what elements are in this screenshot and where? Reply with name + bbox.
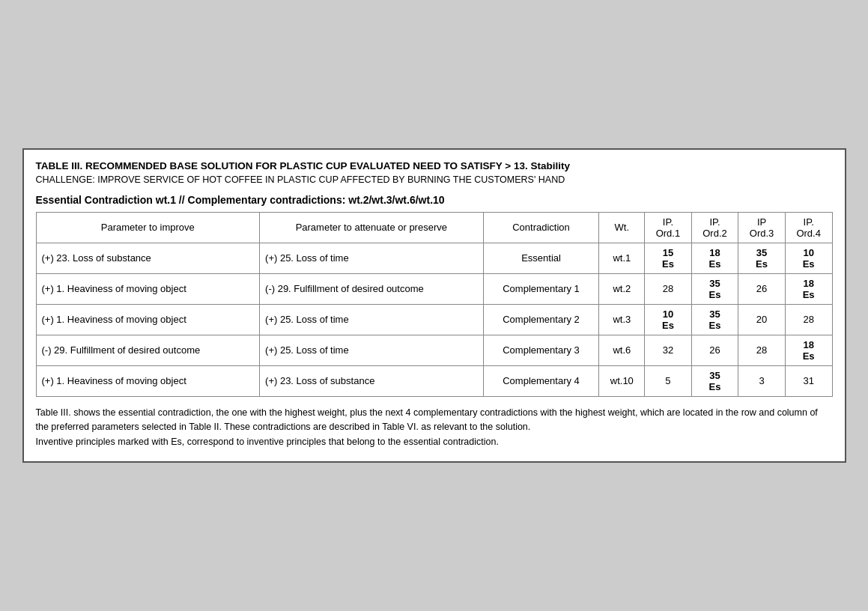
table-cell: wt.1 (599, 243, 645, 273)
table-cell: 35Es (691, 273, 738, 304)
table-cell: 18Es (785, 335, 832, 365)
footnote: Table III. shows the essential contradic… (36, 406, 833, 449)
table-cell: wt.6 (599, 335, 645, 365)
col-header-wt: Wt. (599, 212, 645, 243)
table-cell: Complementary 3 (483, 335, 599, 365)
main-card: TABLE III. RECOMMENDED BASE SOLUTION FOR… (22, 148, 846, 463)
table-cell: 28 (738, 335, 786, 365)
main-table: Parameter to improve Parameter to attenu… (36, 212, 833, 397)
table-cell: Complementary 1 (483, 273, 599, 304)
table-cell: (+) 1. Heaviness of moving object (36, 365, 260, 396)
col-header-contradiction: Contradiction (483, 212, 599, 243)
col-header-ip3: IPOrd.3 (738, 212, 786, 243)
footnote-line2: Inventive principles marked with Es, cor… (36, 435, 833, 449)
table-cell: 10Es (785, 243, 832, 273)
table-cell: 10Es (645, 304, 692, 335)
table-cell: 18Es (691, 243, 738, 273)
section-header: Essential Contradiction wt.1 // Compleme… (36, 194, 833, 206)
table-cell: (+) 25. Loss of time (260, 304, 484, 335)
table-cell: (+) 23. Loss of substance (36, 243, 260, 273)
table-cell: Essential (483, 243, 599, 273)
footnote-line1: Table III. shows the essential contradic… (36, 406, 833, 435)
challenge-text: CHALLENGE: IMPROVE SERVICE OF HOT COFFEE… (36, 174, 833, 185)
table-cell: (+) 25. Loss of time (260, 335, 484, 365)
table-cell: (-) 29. Fulfillment of desired outcome (36, 335, 260, 365)
table-cell: 26 (691, 335, 738, 365)
table-cell: 28 (785, 304, 832, 335)
table-cell: 28 (645, 273, 692, 304)
table-cell: 35Es (691, 304, 738, 335)
table-cell: (-) 29. Fulfillment of desired outcome (260, 273, 484, 304)
col-header-ip4: IP.Ord.4 (785, 212, 832, 243)
col-header-preserve: Parameter to attenuate or preserve (260, 212, 484, 243)
table-cell: wt.10 (599, 365, 645, 396)
table-cell: Complementary 2 (483, 304, 599, 335)
table-cell: (+) 1. Heaviness of moving object (36, 273, 260, 304)
table-cell: 3 (738, 365, 786, 396)
table-cell: 5 (645, 365, 692, 396)
col-header-improve: Parameter to improve (36, 212, 260, 243)
table-cell: 31 (785, 365, 832, 396)
table-cell: 35Es (691, 365, 738, 396)
col-header-ip2: IP.Ord.2 (691, 212, 738, 243)
table-cell: (+) 25. Loss of time (260, 243, 484, 273)
table-cell: 32 (645, 335, 692, 365)
table-cell: (+) 1. Heaviness of moving object (36, 304, 260, 335)
table-cell: wt.3 (599, 304, 645, 335)
table-title: TABLE III. RECOMMENDED BASE SOLUTION FOR… (36, 160, 833, 171)
table-cell: 26 (738, 273, 786, 304)
table-cell: (+) 23. Loss of substance (260, 365, 484, 396)
table-cell: wt.2 (599, 273, 645, 304)
table-cell: 18Es (785, 273, 832, 304)
col-header-ip1: IP.Ord.1 (645, 212, 692, 243)
table-cell: 15Es (645, 243, 692, 273)
table-cell: Complementary 4 (483, 365, 599, 396)
table-cell: 20 (738, 304, 786, 335)
table-cell: 35Es (738, 243, 786, 273)
